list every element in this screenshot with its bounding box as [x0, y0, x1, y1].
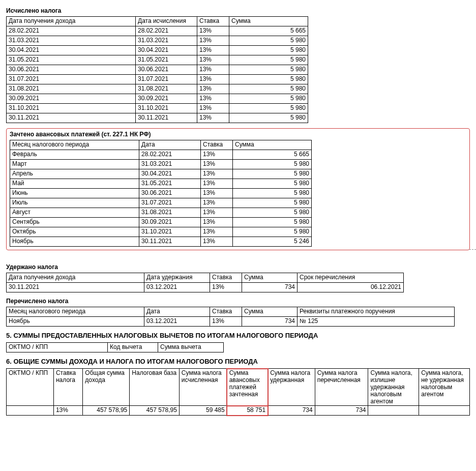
table-cell: 03.12.2021 — [144, 283, 210, 292]
table-cell: 734 — [242, 283, 298, 292]
table-cell: Октябрь — [10, 227, 139, 237]
table-row: Апрель30.04.202113%5 980 — [10, 169, 312, 179]
table-row: Февраль28.02.202113%5 665 — [10, 150, 312, 160]
section5-table: ОКТМО / КППКод вычетаСумма вычета — [6, 342, 224, 352]
column-header: ОКТМО / КПП — [7, 343, 108, 352]
table-cell: Сентябрь — [10, 218, 139, 227]
table-cell: 13% — [201, 208, 233, 218]
table-cell: 13% — [197, 75, 229, 84]
table-cell: Июль — [10, 198, 139, 208]
table-cell: 30.04.2021 — [136, 46, 197, 55]
table-cell: 5 980 — [229, 94, 308, 104]
advance-credited-title: Зачтено авансовых платежей (ст. 227.1 НК… — [10, 131, 466, 138]
table-cell: 5 980 — [229, 55, 308, 65]
table-cell: Ноябрь — [10, 237, 139, 247]
table-cell: 13% — [201, 237, 233, 247]
table-cell: 31.07.2021 — [7, 75, 136, 84]
table-row: Ноябрь03.12.202113%734№ 125 — [7, 317, 455, 327]
table-cell: 13% — [197, 94, 229, 104]
table-cell: 30.11.2021 — [7, 113, 136, 123]
tax-calculated-table: Дата получения доходаДата исчисленияСтав… — [6, 16, 308, 123]
column-header: Дата получения дохода — [7, 273, 144, 283]
table-cell: 31.07.2021 — [136, 75, 197, 84]
table-row: Март31.03.202113%5 980 — [10, 160, 312, 169]
table-cell: Февраль — [10, 150, 139, 160]
table-cell: 13% — [201, 189, 233, 198]
table-cell: 31.07.2021 — [139, 198, 201, 208]
table-cell: 734 — [242, 317, 298, 327]
table-cell: 13% — [201, 160, 233, 169]
table-cell: 31.10.2021 — [139, 227, 201, 237]
tax-withheld-table: Дата получения доходаДата удержанияСтавк… — [6, 273, 404, 292]
table-cell: 30.11.2021 — [7, 283, 144, 292]
table-cell: 13% — [197, 84, 229, 94]
table-cell: 13% — [210, 317, 242, 327]
column-header: Общая сумма дохода — [83, 369, 130, 406]
table-cell: 31.03.2021 — [7, 36, 136, 46]
column-header: Сумма налога, излишне удержанная налогов… — [368, 369, 419, 406]
table-cell: Апрель — [10, 169, 139, 179]
section5-title: 5. СУММЫ ПРЕДОСТАВЛЕННЫХ НАЛОГОВЫХ ВЫЧЕТ… — [6, 332, 470, 339]
table-row: Октябрь31.10.202113%5 980 — [10, 227, 312, 237]
table-cell: 31.10.2021 — [7, 104, 136, 113]
table-cell: 30.06.2021 — [7, 65, 136, 75]
table-cell: 06.12.2021 — [298, 283, 404, 292]
table-cell: 5 980 — [233, 189, 312, 198]
table-cell — [368, 406, 419, 416]
column-header: Сумма налога исчисленная — [179, 369, 227, 406]
table-cell: 5 980 — [229, 113, 308, 123]
column-header: Дата исчисления — [136, 17, 197, 26]
table-cell: 13% — [201, 179, 233, 189]
tax-calculated-title: Исчислено налога — [6, 7, 470, 14]
advance-credited-highlight: Зачтено авансовых платежей (ст. 227.1 НК… — [6, 128, 470, 250]
column-header: Сумма налога удержанная — [268, 369, 315, 406]
table-cell: 13% — [201, 169, 233, 179]
section6-table: ОКТМО / КППСтавка налогаОбщая сумма дохо… — [6, 368, 470, 416]
column-header: Ставка — [197, 17, 229, 26]
table-cell: 30.09.2021 — [7, 94, 136, 104]
table-cell: 5 665 — [229, 26, 308, 36]
table-cell: 30.04.2021 — [139, 169, 201, 179]
table-cell: 13% — [197, 113, 229, 123]
table-cell: 13% — [197, 104, 229, 113]
column-header: Дата удержания — [144, 273, 210, 283]
table-cell: 28.02.2021 — [139, 150, 201, 160]
table-row: 30.11.202103.12.202113%73406.12.2021 — [7, 283, 404, 292]
table-cell: 31.05.2021 — [7, 55, 136, 65]
table-cell: 30.04.2021 — [7, 46, 136, 55]
column-header: Дата — [139, 140, 201, 150]
table-row: Август31.08.202113%5 980 — [10, 208, 312, 218]
table-cell: 13% — [53, 406, 82, 416]
table-cell: 5 980 — [229, 75, 308, 84]
table-cell — [7, 406, 54, 416]
table-cell: 13% — [197, 55, 229, 65]
table-cell: 30.09.2021 — [136, 94, 197, 104]
table-row: 31.10.202131.10.202113%5 980 — [7, 104, 308, 113]
tax-transferred-table: Месяц налогового периодаДатаСтавкаСуммаР… — [6, 307, 455, 327]
table-cell: 457 578,95 — [130, 406, 180, 416]
column-header: Сумма налога перечисленная — [315, 369, 368, 406]
table-cell: 5 980 — [229, 65, 308, 75]
table-cell: 13% — [197, 36, 229, 46]
table-cell: 5 980 — [233, 208, 312, 218]
table-cell: 734 — [315, 406, 368, 416]
table-cell: Август — [10, 208, 139, 218]
table-row: Сентябрь30.09.202113%5 980 — [10, 218, 312, 227]
table-cell: 30.11.2021 — [136, 113, 197, 123]
column-header: Ставка — [201, 140, 233, 150]
table-cell: 58 751 — [227, 406, 267, 416]
column-header: Реквизиты платежного поручения — [298, 307, 455, 317]
column-header: Код вычета — [108, 343, 158, 352]
table-cell: 31.10.2021 — [136, 104, 197, 113]
table-cell: 5 665 — [233, 150, 312, 160]
tax-transferred-title: Перечислено налога — [6, 298, 470, 305]
column-header: Налоговая база — [130, 369, 180, 406]
table-row: 31.05.202131.05.202113%5 980 — [7, 55, 308, 65]
table-cell: 31.03.2021 — [136, 36, 197, 46]
table-cell: 31.03.2021 — [139, 160, 201, 169]
table-row: 30.04.202130.04.202113%5 980 — [7, 46, 308, 55]
table-row: Ноябрь30.11.202113%5 246 — [10, 237, 312, 247]
table-cell: 5 980 — [233, 218, 312, 227]
column-header: Месяц налогового периода — [10, 140, 139, 150]
table-cell: 30.06.2021 — [139, 189, 201, 198]
